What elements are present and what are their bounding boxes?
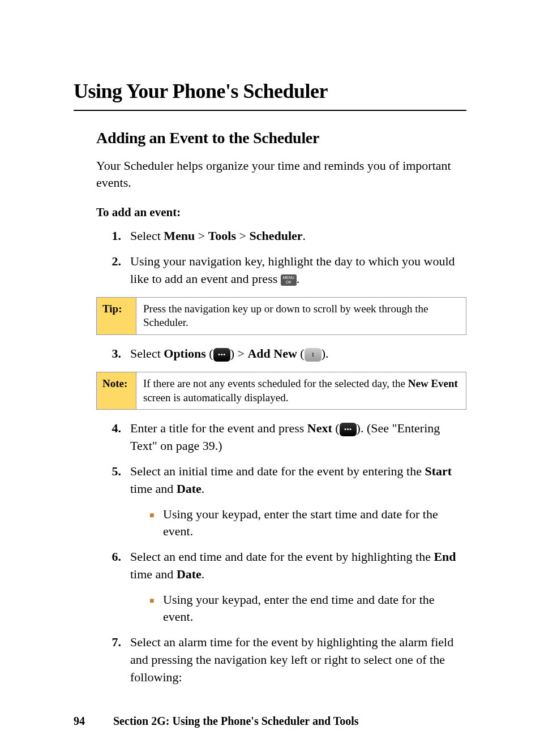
title-rule (74, 110, 466, 111)
text: ) > (230, 346, 248, 360)
step-body: Using your navigation key, highlight the… (130, 253, 466, 288)
text: ). (322, 346, 329, 360)
step-1: 1. Select Menu > Tools > Scheduler. (108, 227, 466, 245)
end-label: End (434, 549, 456, 564)
tip-callout: Tip: Press the navigation key up or down… (96, 297, 466, 335)
left-softkey-icon: ••• (340, 423, 357, 436)
step-body: Select an initial time and date for the … (130, 463, 466, 498)
new-event-label: New Event (408, 377, 458, 389)
procedure-title: To add an event: (96, 205, 466, 220)
intro-paragraph: Your Scheduler helps organize your time … (96, 157, 466, 191)
text: > (195, 229, 208, 243)
text: time and (130, 482, 177, 496)
step-4: 4. Enter a title for the event and press… (108, 420, 466, 455)
sub-bullet-text: Using your keypad, enter the end time an… (163, 591, 466, 626)
step-7: 7. Select an alarm time for the event by… (108, 634, 466, 686)
tip-body: Press the navigation key up or down to s… (136, 298, 466, 334)
step-number: 5. (108, 463, 130, 498)
text: Select (130, 229, 164, 243)
text: . (303, 229, 306, 243)
step-6-sub: ■ Using your keypad, enter the end time … (149, 591, 466, 626)
step-number: 6. (108, 548, 130, 583)
step-body: Enter a title for the event and press Ne… (130, 420, 466, 455)
step-number: 3. (108, 345, 130, 363)
right-softkey-icon: ••• (213, 348, 230, 362)
tools-label: Tools (208, 229, 236, 243)
step-body: Select an alarm time for the event by hi… (130, 634, 466, 686)
step-number: 1. (108, 227, 130, 245)
step-2: 2. Using your navigation key, highlight … (108, 253, 466, 288)
page-number: 94 (74, 715, 91, 728)
text: If there are not any events scheduled fo… (143, 377, 408, 389)
options-label: Options (164, 346, 206, 360)
section-heading: Adding an Event to the Scheduler (96, 129, 466, 147)
text: Select an end time and date for the even… (130, 549, 434, 564)
text: time and (130, 567, 177, 581)
step-5-sub: ■ Using your keypad, enter the start tim… (149, 506, 466, 541)
text: . (202, 567, 205, 581)
text: . (297, 272, 300, 286)
step-body: Select Menu > Tools > Scheduler. (130, 227, 466, 245)
text: ( (297, 346, 305, 360)
text: Select (130, 346, 164, 360)
next-label: Next (307, 421, 332, 435)
note-body: If there are not any events scheduled fo… (136, 372, 466, 409)
sub-bullet-text: Using your keypad, enter the start time … (163, 506, 466, 541)
text: Select an initial time and date for the … (130, 464, 425, 478)
step-number: 4. (108, 420, 130, 455)
text: ( (332, 421, 340, 435)
tip-label: Tip: (97, 298, 136, 334)
step-3: 3. Select Options (•••) > Add New (1). (108, 345, 466, 363)
text: > (236, 229, 249, 243)
text: . (202, 482, 205, 496)
text: Enter a title for the event and press (130, 421, 307, 435)
bullet-icon: ■ (149, 506, 163, 541)
step-5: 5. Select an initial time and date for t… (108, 463, 466, 498)
key-1-icon: 1 (305, 348, 322, 362)
step-number: 2. (108, 253, 130, 288)
note-callout: Note: If there are not any events schedu… (96, 372, 466, 410)
date-label: Date (177, 482, 202, 496)
step-body: Select an end time and date for the even… (130, 548, 466, 583)
step-body: Select Options (•••) > Add New (1). (130, 345, 466, 363)
start-label: Start (425, 464, 452, 478)
step-number: 7. (108, 634, 130, 686)
page-footer: 94 Section 2G: Using the Phone's Schedul… (74, 715, 466, 728)
add-new-label: Add New (247, 346, 297, 360)
note-label: Note: (97, 372, 136, 409)
bullet-icon: ■ (149, 591, 163, 626)
menu-label: Menu (164, 229, 195, 243)
section-reference: Section 2G: Using the Phone's Scheduler … (113, 715, 359, 728)
date-label: Date (177, 567, 202, 581)
text: screen is automatically displayed. (143, 392, 288, 403)
text: ( (206, 346, 213, 360)
menu-ok-key-icon: MENU OK (281, 274, 297, 286)
page-title: Using Your Phone's Scheduler (74, 79, 466, 103)
scheduler-label: Scheduler (249, 229, 302, 243)
step-6: 6. Select an end time and date for the e… (108, 548, 466, 583)
